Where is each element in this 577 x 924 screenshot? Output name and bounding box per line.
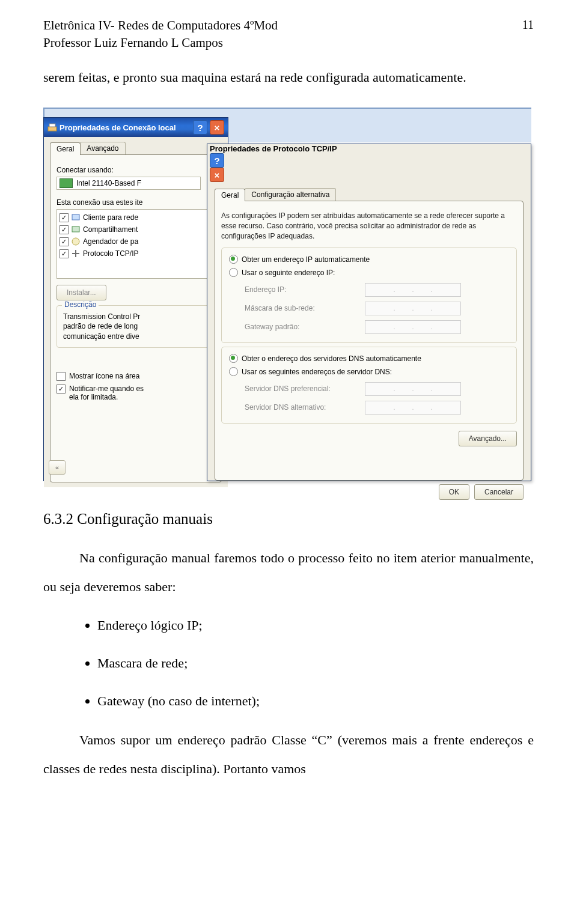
radio-auto-ip-label: Obter um endereço IP automaticamente	[242, 255, 370, 264]
tab-geral[interactable]: Geral	[215, 189, 245, 201]
show-icon-checkbox[interactable]	[56, 372, 66, 381]
list-item-label: Protocolo TCP/IP	[83, 249, 138, 258]
professor-name: Professor Luiz Fernando L Campos	[43, 34, 278, 52]
components-listbox[interactable]: Cliente para rede Compartilhament Agenda…	[56, 209, 215, 279]
ip-input[interactable]: ...	[365, 283, 461, 297]
cancel-button[interactable]: Cancelar	[474, 484, 524, 500]
ip-label: Endereço IP:	[245, 285, 365, 294]
description-text: Transmission Control Pr padrão de rede d…	[63, 312, 209, 341]
adapter-field[interactable]: Intel 21140-Based F	[56, 177, 201, 190]
ok-button[interactable]: OK	[439, 484, 469, 500]
checkbox[interactable]	[60, 249, 69, 258]
dns1-input[interactable]: ...	[365, 382, 461, 396]
tab-alt-config[interactable]: Configuração alternativa	[245, 188, 336, 201]
list-item: Gateway (no caso de internet);	[97, 685, 534, 717]
list-item-label: Agendador de pa	[83, 237, 138, 246]
gateway-input[interactable]: ...	[365, 320, 461, 334]
radio-manual-dns[interactable]	[229, 367, 238, 376]
radio-auto-dns[interactable]	[229, 354, 238, 363]
chevron-left-icon: «	[55, 464, 59, 471]
dns1-label: Servidor DNS preferencial:	[245, 384, 365, 393]
collapse-button[interactable]: «	[49, 460, 66, 475]
list-item-label: Cliente para rede	[83, 213, 138, 222]
notify-label: Notificar-me quando es ela for limitada.	[69, 384, 144, 401]
scheduler-icon	[71, 237, 81, 246]
radio-manual-ip[interactable]	[229, 268, 238, 277]
mask-input[interactable]: ...	[365, 302, 461, 315]
radio-auto-ip[interactable]	[229, 255, 238, 264]
svg-rect-3	[72, 226, 79, 232]
help-button[interactable]: ?	[193, 120, 207, 135]
nic-icon	[60, 178, 73, 188]
app-icon	[47, 123, 57, 132]
window-title: Propriedades de Conexão local	[60, 123, 191, 132]
checkbox[interactable]	[60, 213, 69, 222]
dialog-tcpip-properties: Propriedades de Protocolo TCP/IP ? × Ger…	[207, 144, 531, 481]
page-number: 11	[522, 18, 534, 32]
dns2-label: Servidor DNS alternativo:	[245, 403, 365, 412]
page-header: Eletrônica IV- Redes de Computadores 4ºM…	[43, 17, 534, 52]
list-item[interactable]: Agendador de pa	[60, 236, 212, 248]
ip-settings-group: Obter um endereço IP automaticamente Usa…	[221, 248, 517, 343]
help-text: As configurações IP podem ser atribuídas…	[221, 211, 517, 241]
dialog-connection-properties: Propriedades de Conexão local ? × Geral …	[43, 117, 228, 481]
help-button[interactable]: ?	[210, 153, 224, 168]
group-title: Descrição	[62, 300, 99, 309]
tabs: Geral Configuração alternativa	[215, 188, 524, 201]
window-title: Propriedades de Protocolo TCP/IP	[210, 144, 337, 153]
list-item: Endereço lógico IP;	[97, 610, 534, 642]
tabs: Geral Avançado	[50, 142, 222, 154]
radio-manual-ip-label: Usar o seguinte endereço IP:	[242, 269, 335, 277]
close-button[interactable]: ×	[210, 168, 224, 182]
paragraph-manual-intro: Na configuração manual faremos todo o pr…	[43, 544, 534, 602]
dns2-input[interactable]: ...	[365, 401, 461, 415]
uses-items-label: Esta conexão usa estes ite	[56, 198, 215, 207]
client-icon	[71, 213, 81, 222]
titlebar: Propriedades de Protocolo TCP/IP ? ×	[207, 144, 531, 182]
paragraph-intro: serem feitas, e pronto sua maquina estar…	[43, 63, 534, 92]
radio-auto-dns-label: Obter o endereço dos servidores DNS auto…	[242, 354, 421, 363]
show-icon-label: Mostrar ícone na área	[69, 372, 139, 380]
close-button[interactable]: ×	[210, 120, 224, 135]
svg-rect-2	[72, 214, 79, 220]
figure-tcpip-dialogs: Propriedades de Conexão local ? × Geral …	[43, 108, 530, 492]
page: Eletrônica IV- Redes de Computadores 4ºM…	[0, 0, 577, 802]
tcpip-icon	[71, 249, 81, 258]
radio-manual-dns-label: Usar os seguintes endereços de servidor …	[242, 368, 392, 376]
tab-avancado[interactable]: Avançado	[80, 142, 125, 154]
svg-point-4	[72, 238, 79, 245]
checkbox[interactable]	[60, 237, 69, 246]
mask-label: Máscara de sub-rede:	[245, 304, 365, 312]
svg-rect-1	[49, 124, 55, 127]
list-item[interactable]: Protocolo TCP/IP	[60, 248, 212, 260]
adapter-name: Intel 21140-Based F	[76, 179, 141, 187]
tab-geral[interactable]: Geral	[50, 142, 81, 155]
bullet-list: Endereço lógico IP; Mascara de rede; Gat…	[97, 610, 534, 717]
list-item[interactable]: Compartilhament	[60, 223, 212, 236]
list-item: Mascara de rede;	[97, 648, 534, 679]
svg-rect-0	[48, 127, 56, 131]
share-icon	[71, 225, 81, 234]
advanced-button[interactable]: Avançado...	[459, 431, 517, 446]
course-title: Eletrônica IV- Redes de Computadores 4ºM…	[43, 17, 278, 34]
dns-settings-group: Obter o endereço dos servidores DNS auto…	[221, 347, 517, 424]
list-item[interactable]: Cliente para rede	[60, 211, 212, 223]
install-button[interactable]: Instalar...	[56, 285, 106, 300]
connect-using-label: Conectar usando:	[56, 166, 215, 174]
checkbox[interactable]	[60, 225, 69, 234]
gateway-label: Gateway padrão:	[245, 323, 365, 331]
section-heading: 6.3.2 Configuração manuais	[43, 508, 534, 530]
paragraph-class-c: Vamos supor um endereço padrão Classe “C…	[43, 726, 534, 784]
list-item-label: Compartilhament	[83, 225, 138, 234]
titlebar: Propriedades de Conexão local ? ×	[44, 118, 228, 137]
notify-checkbox[interactable]	[56, 384, 66, 394]
description-group: Descrição Transmission Control Pr padrão…	[56, 305, 215, 348]
